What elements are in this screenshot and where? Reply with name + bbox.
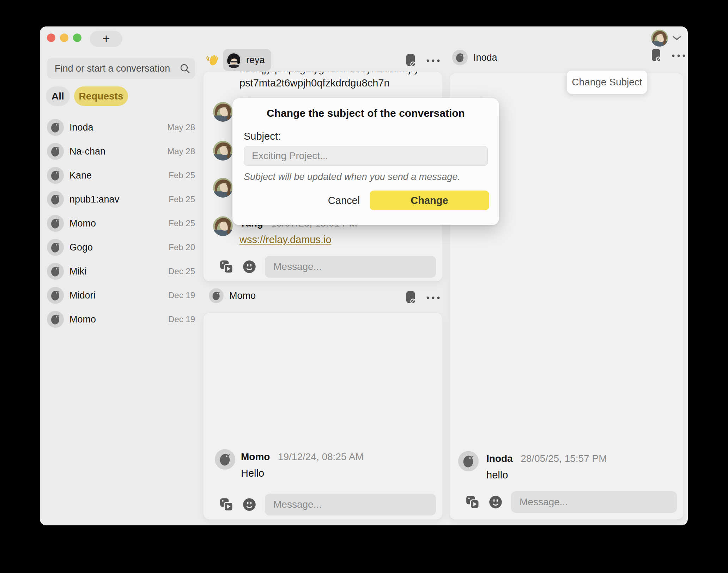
message-input[interactable] xyxy=(520,496,668,508)
change-subject-icon[interactable] xyxy=(405,53,417,68)
app-window: + All Requests Inoda May 28 xyxy=(40,26,688,525)
conversation-date: Feb 20 xyxy=(169,242,195,252)
tab-all[interactable]: All xyxy=(46,86,70,106)
message-text: Hello xyxy=(241,468,364,479)
change-subject-tooltip: Change Subject xyxy=(567,71,647,94)
inoda-chat-header: Inoda xyxy=(452,50,497,65)
tab-requests[interactable]: Requests xyxy=(74,86,128,106)
message-author: Momo xyxy=(241,451,270,463)
attach-media-icon[interactable] xyxy=(219,259,234,274)
message-input[interactable] xyxy=(273,261,427,272)
emoji-picker-icon[interactable] xyxy=(242,497,256,512)
change-subject-icon[interactable] xyxy=(650,48,662,63)
search-input[interactable] xyxy=(55,63,180,74)
zoom-window-button[interactable] xyxy=(73,34,81,42)
conversation-date: May 28 xyxy=(167,122,195,132)
message-text: hello xyxy=(486,469,607,481)
npub-message: kst6qjyqtmpag2lygn1wfr36oyhzxhvwtjry pst… xyxy=(239,71,419,90)
npub-line: pst7mta2t6wpjh0qfzkdrdgu8ch7n xyxy=(239,76,419,90)
conversation-date: Dec 19 xyxy=(168,290,195,300)
message: Momo 19/12/24, 08:25 AM Hello xyxy=(241,451,364,479)
cancel-button[interactable]: Cancel xyxy=(312,191,376,210)
message-input-container[interactable] xyxy=(265,256,436,278)
conversation-row[interactable]: Miki Dec 25 xyxy=(47,259,195,283)
message-input-container[interactable] xyxy=(511,491,677,513)
inoda-avatar xyxy=(452,50,468,65)
yang-avatar xyxy=(213,141,233,161)
conversation-name: Inoda xyxy=(69,122,162,133)
conversation-row[interactable]: Kane Feb 25 xyxy=(47,163,195,187)
chat-title: Momo xyxy=(229,290,256,301)
change-subject-icon[interactable] xyxy=(405,290,417,305)
more-options-icon[interactable] xyxy=(672,54,686,58)
attach-media-icon[interactable] xyxy=(219,497,234,512)
conversation-row[interactable]: Midori Dec 19 xyxy=(47,283,195,307)
emoji-picker-icon[interactable] xyxy=(489,495,503,509)
momo-chat-panel: Momo 19/12/24, 08:25 AM Hello xyxy=(203,313,443,520)
chat-title: reya xyxy=(246,55,265,66)
default-avatar-icon xyxy=(47,191,64,208)
reya-contact-pill[interactable]: reya xyxy=(223,49,271,71)
conversation-name: Momo xyxy=(69,218,163,229)
conversation-name: Gogo xyxy=(69,242,163,253)
change-button[interactable]: Change xyxy=(370,191,489,210)
chat-title: Inoda xyxy=(473,52,497,63)
conversation-date: Dec 25 xyxy=(168,266,195,276)
conversation-date: Feb 25 xyxy=(169,218,195,228)
conversation-name: Miki xyxy=(69,266,163,277)
default-avatar-icon xyxy=(47,263,64,280)
conversation-row[interactable]: npub1:anav Feb 25 xyxy=(47,187,195,211)
message-input[interactable] xyxy=(273,499,427,510)
change-subject-dialog: Change the subject of the conversation S… xyxy=(232,98,499,225)
reya-chat-header: reya xyxy=(206,49,271,71)
default-avatar-icon xyxy=(47,287,64,304)
close-window-button[interactable] xyxy=(47,34,55,42)
message-timestamp: 19/12/24, 08:25 AM xyxy=(278,451,364,463)
conversation-name: Kane xyxy=(69,170,163,181)
dialog-title: Change the subject of the conversation xyxy=(232,107,499,119)
plus-icon: + xyxy=(102,32,110,45)
message-input-container[interactable] xyxy=(265,494,436,515)
message: Inoda 28/05/25, 15:57 PM hello xyxy=(486,453,607,481)
conversation-row[interactable]: Na-chan May 28 xyxy=(47,139,195,163)
default-avatar-icon xyxy=(47,143,64,160)
conversation-row[interactable]: Momo Feb 25 xyxy=(47,211,195,235)
relay-link[interactable]: wss://relay.damus.io xyxy=(239,234,332,245)
conversation-date: Feb 25 xyxy=(169,170,195,180)
more-options-icon[interactable] xyxy=(426,296,440,300)
subject-label: Subject: xyxy=(244,131,281,142)
attach-media-icon[interactable] xyxy=(465,495,480,509)
momo-chat-header: Momo xyxy=(209,288,256,303)
minimize-window-button[interactable] xyxy=(60,34,68,42)
search-conversation-field[interactable] xyxy=(47,58,195,79)
inoda-avatar xyxy=(458,451,479,471)
message-author: Inoda xyxy=(486,453,513,464)
default-avatar-icon xyxy=(47,167,64,184)
wave-emoji-icon xyxy=(206,53,219,67)
yang-avatar xyxy=(213,178,233,198)
emoji-picker-icon[interactable] xyxy=(242,260,256,274)
conversation-name: Momo xyxy=(69,314,163,325)
default-avatar-icon xyxy=(47,119,64,136)
default-avatar-icon xyxy=(47,239,64,256)
default-avatar-icon xyxy=(47,311,64,328)
yang-avatar xyxy=(213,216,233,236)
momo-avatar xyxy=(209,288,224,303)
new-tab-button[interactable]: + xyxy=(90,31,122,47)
conversation-row[interactable]: Gogo Feb 20 xyxy=(47,235,195,259)
conversation-row[interactable]: Momo Dec 19 xyxy=(47,307,195,331)
momo-avatar xyxy=(215,449,235,470)
message-timestamp: 28/05/25, 15:57 PM xyxy=(521,453,607,464)
conversation-name: npub1:anav xyxy=(69,194,163,205)
conversation-row[interactable]: Inoda May 28 xyxy=(47,115,195,139)
more-options-icon[interactable] xyxy=(426,59,440,62)
subject-note: Subject will be updated when you send a … xyxy=(244,171,460,182)
conversation-list: Inoda May 28 Na-chan May 28 Kane Feb 25 … xyxy=(47,115,195,331)
conversation-name: Midori xyxy=(69,290,163,301)
conversation-name: Na-chan xyxy=(69,146,162,157)
default-avatar-icon xyxy=(47,215,64,232)
search-icon xyxy=(180,63,190,74)
subject-input[interactable] xyxy=(244,146,488,166)
conversation-date: May 28 xyxy=(167,146,195,156)
conversation-date: Feb 25 xyxy=(169,194,195,204)
